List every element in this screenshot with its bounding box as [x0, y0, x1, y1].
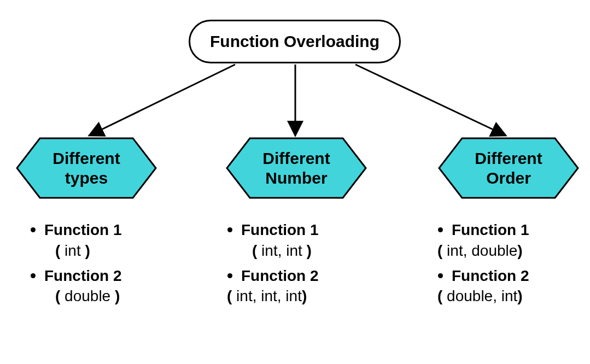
details-number: Function 1 ( int, int ) Function 2 ( int… — [221, 219, 385, 310]
list-item: Function 2 ( double ) — [44, 265, 189, 307]
function-name: Function 1 — [241, 221, 319, 238]
hex-label-order: Different Order — [437, 137, 580, 199]
function-name: Function 2 — [241, 267, 319, 284]
list-item: Function 1 ( int, double) — [452, 219, 590, 261]
details-types: Function 1 ( int ) Function 2 ( double ) — [25, 219, 189, 310]
hex-label-types: Different types — [15, 137, 157, 199]
svg-line-0 — [89, 64, 235, 136]
function-name: Function 1 — [452, 221, 529, 238]
hex-different-types: Different types — [15, 137, 157, 199]
function-name: Function 1 — [44, 221, 122, 238]
hex-label-number: Different Number — [225, 137, 367, 199]
function-name: Function 2 — [44, 267, 122, 284]
root-title: Function Overloading — [210, 32, 379, 51]
list-item: Function 1 ( int, int ) — [241, 219, 385, 261]
hex-different-order: Different Order — [437, 137, 580, 199]
list-item: Function 2 ( double, int) — [452, 265, 590, 307]
root-node: Function Overloading — [189, 20, 401, 63]
function-name: Function 2 — [452, 267, 529, 284]
svg-line-2 — [355, 64, 506, 136]
hex-different-number: Different Number — [225, 137, 367, 199]
details-order: Function 1 ( int, double) Function 2 ( d… — [432, 219, 590, 310]
list-item: Function 1 ( int ) — [44, 219, 189, 261]
list-item: Function 2 ( int, int, int) — [241, 265, 385, 307]
